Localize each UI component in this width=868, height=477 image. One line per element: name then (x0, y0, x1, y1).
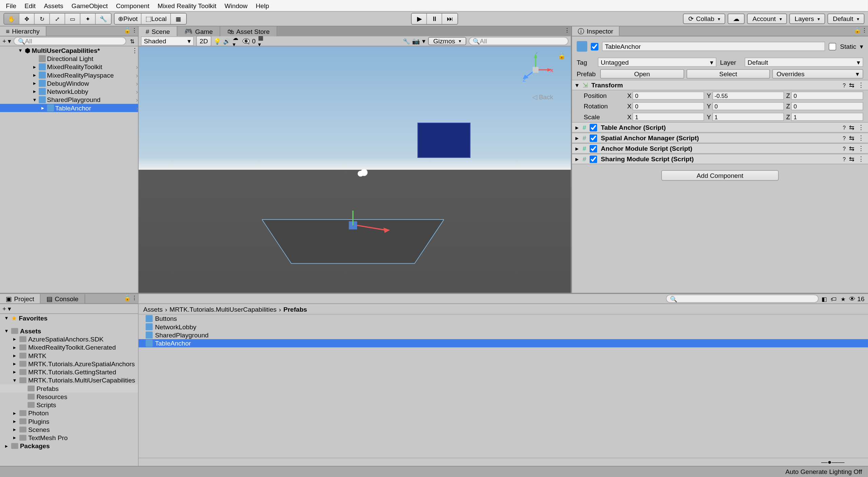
hand-tool-button[interactable]: ✋ (4, 14, 19, 24)
gizmos-dropdown[interactable]: Gizmos (428, 37, 466, 45)
create-dropdown[interactable]: + ▾ (2, 305, 12, 313)
project-tree-scenes[interactable]: ▸Scenes (0, 426, 138, 434)
rect-tool-button[interactable]: ▭ (65, 14, 80, 24)
2d-toggle[interactable]: 2D (196, 36, 211, 46)
project-tree-mrtk-tutorials-azurespatialanchors[interactable]: ▸MRTK.Tutorials.AzureSpatialAnchors (0, 360, 138, 368)
hierarchy-item-mixedrealityplayspace[interactable]: ▸MixedRealityPlayspace› (0, 71, 138, 79)
light-icon[interactable]: 💡 (214, 38, 221, 45)
inspector-menu[interactable] (861, 26, 868, 34)
object-name-field[interactable] (602, 42, 825, 51)
pivot-button[interactable]: ⊕ Pivot (115, 14, 142, 24)
scene-menu-icon[interactable] (132, 47, 138, 55)
tab-game[interactable]: 🎮Game (178, 26, 220, 36)
preset-icon[interactable]: ⇆ (849, 134, 854, 142)
hierarchy-scene-root[interactable]: ▾⬢ MultiUserCapabilities* (0, 46, 138, 55)
project-tab[interactable]: ▣Project (0, 294, 41, 304)
component-enabled-checkbox[interactable] (590, 124, 597, 131)
menu-mrtk[interactable]: Mixed Reality Toolkit (154, 1, 220, 11)
scale-z[interactable] (791, 113, 863, 121)
help-icon[interactable] (843, 124, 846, 131)
scene-search[interactable]: 🔍 All (469, 37, 568, 45)
layout-dropdown[interactable]: Default (828, 14, 865, 24)
menu-component[interactable]: Component (113, 1, 153, 11)
step-button[interactable]: ⏭ (442, 14, 458, 24)
console-tab[interactable]: ▤Console (41, 294, 85, 304)
asset-buttons[interactable]: Buttons (139, 314, 868, 323)
component-menu[interactable] (858, 124, 864, 131)
project-tree-photon[interactable]: ▸Photon (0, 409, 138, 417)
hierarchy-sort-icon[interactable]: ⇅ (129, 38, 136, 45)
project-tree-textmesh-pro[interactable]: ▸TextMesh Pro (0, 434, 138, 442)
component-enabled-checkbox[interactable] (590, 145, 597, 152)
fx-icon[interactable]: ☁ ▾ (233, 38, 240, 45)
debug-window-object[interactable] (417, 123, 470, 158)
component-menu[interactable] (858, 81, 864, 89)
inspector-tab[interactable]: ⓘInspector (572, 26, 620, 36)
lighting-status[interactable]: Auto Generate Lighting Off (785, 468, 862, 475)
favorites-root[interactable]: ▾★Favorites (0, 314, 138, 322)
iso-lock-icon[interactable]: 🔒 (558, 52, 566, 60)
hierarchy-item-tableanchor[interactable]: ▸TableAnchor› (0, 104, 138, 112)
panel-menu-button[interactable] (131, 26, 138, 34)
project-tree-mrtk-tutorials-multiusercapabilities[interactable]: ▾MRTK.Tutorials.MultiUserCapabilities (0, 376, 138, 384)
hierarchy-item-networklobby[interactable]: ▸NetworkLobby› (0, 87, 138, 96)
tab-scene[interactable]: #Scene (139, 26, 178, 36)
position-y[interactable] (712, 91, 784, 100)
menu-file[interactable]: File (2, 1, 20, 11)
active-checkbox[interactable] (591, 43, 598, 50)
audio-icon[interactable]: 🔊 (223, 38, 230, 45)
filter-icon[interactable]: ◧ (821, 295, 828, 302)
scene-panel-menu[interactable] (564, 26, 571, 34)
back-button[interactable]: ◁ Back (532, 93, 553, 101)
menu-assets[interactable]: Assets (40, 1, 67, 11)
component-menu[interactable] (858, 134, 864, 142)
custom-tool-button[interactable]: 🔧 (96, 14, 111, 24)
component-table-anchor-script-[interactable]: ▸#Table Anchor (Script)⇆ (572, 122, 868, 132)
scale-x[interactable] (633, 113, 704, 121)
breadcrumb-assets[interactable]: Assets (143, 306, 163, 313)
shading-dropdown[interactable]: Shaded▾ (141, 36, 194, 46)
component-anchor-module-script-script-[interactable]: ▸#Anchor Module Script (Script)⇆ (572, 143, 868, 154)
menu-gameobject[interactable]: GameObject (68, 1, 111, 11)
layer-dropdown[interactable]: Default▾ (745, 58, 863, 67)
grid-dropdown-icon[interactable]: ▦ ▾ (258, 38, 265, 45)
slider-handle[interactable]: —●—— (821, 458, 845, 466)
pause-button[interactable]: ⏸ (427, 14, 442, 24)
scene-viewport[interactable]: y x z 🔒 ◁ Back (139, 46, 571, 293)
scale-y[interactable] (712, 113, 784, 121)
account-dropdown[interactable]: Account (747, 14, 787, 24)
hierarchy-item-mixedrealitytoolkit[interactable]: ▸MixedRealityToolkit› (0, 63, 138, 71)
lock-icon[interactable]: 🔒 (854, 26, 861, 34)
static-checkbox[interactable] (829, 43, 837, 50)
scale-tool-button[interactable]: ⤢ (50, 14, 65, 24)
preset-icon[interactable]: ⇆ (849, 124, 854, 131)
transform-component-header[interactable]: ▾⇲ Transform ⇆ (572, 80, 868, 90)
help-icon[interactable] (843, 155, 846, 163)
component-enabled-checkbox[interactable] (590, 134, 597, 142)
hierarchy-tab[interactable]: ≡Hierarchy (0, 26, 46, 36)
cloud-button[interactable]: ☁ (728, 14, 745, 24)
hierarchy-item-sharedplayground[interactable]: ▾SharedPlayground› (0, 96, 138, 104)
project-tree-packages[interactable]: ▸Packages (0, 442, 138, 450)
lock-icon[interactable]: 🔒 (124, 26, 131, 34)
position-x[interactable] (633, 91, 704, 100)
project-tree-scripts[interactable]: Scripts (0, 401, 138, 409)
tag-dropdown[interactable]: Untagged▾ (598, 58, 716, 67)
project-tree-resources[interactable]: Resources (0, 393, 138, 401)
rotation-y[interactable] (712, 102, 784, 110)
project-tree-assets[interactable]: ▾Assets (0, 327, 138, 335)
prefab-select-button[interactable]: Select (686, 69, 770, 79)
play-button[interactable]: ▶ (412, 14, 427, 24)
project-tree-mrtk-tutorials-gettingstarted[interactable]: ▸MRTK.Tutorials.GettingStarted (0, 368, 138, 376)
transform-tool-button[interactable]: ✦ (80, 14, 96, 24)
preset-icon[interactable]: ⇆ (849, 155, 854, 163)
preset-icon[interactable]: ⇆ (849, 145, 854, 152)
menu-edit[interactable]: Edit (21, 1, 39, 11)
project-tree-mrtk[interactable]: ▸MRTK (0, 351, 138, 359)
project-tree-prefabs[interactable]: Prefabs (0, 384, 138, 392)
hierarchy-item-directional-light[interactable]: Directional Light (0, 55, 138, 63)
help-icon[interactable] (843, 82, 846, 89)
layers-dropdown[interactable]: Layers (789, 14, 825, 24)
hierarchy-search[interactable]: 🔍 All (14, 37, 126, 45)
collab-dropdown[interactable]: ⟳ Collab (683, 14, 726, 24)
